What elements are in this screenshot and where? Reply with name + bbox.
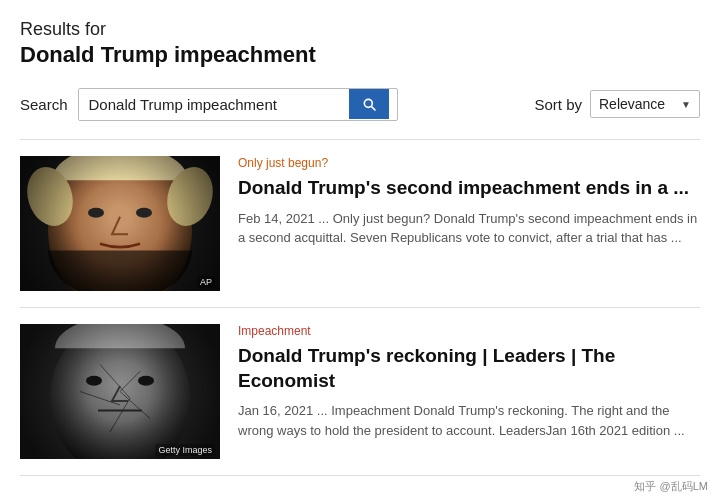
result-item-2: Getty Images Impeachment Donald Trump's … xyxy=(20,308,700,476)
page-wrapper: Results for Donald Trump impeachment Sea… xyxy=(0,0,720,496)
results-query: Donald Trump impeachment xyxy=(20,41,700,70)
result-content-2: Impeachment Donald Trump's reckoning | L… xyxy=(238,324,700,440)
result-content-1: Only just begun? Donald Trump's second i… xyxy=(238,156,700,248)
result-image-2: Getty Images xyxy=(20,324,220,459)
sort-select-dropdown[interactable]: Relevance ▼ xyxy=(590,90,700,118)
result-title-2[interactable]: Donald Trump's reckoning | Leaders | The… xyxy=(238,344,700,393)
result-title-1[interactable]: Donald Trump's second impeachment ends i… xyxy=(238,176,700,201)
search-icon xyxy=(361,96,377,112)
result-image-canvas-2 xyxy=(20,324,220,459)
search-input[interactable] xyxy=(79,89,349,120)
result-snippet-1: Feb 14, 2021 ... Only just begun? Donald… xyxy=(238,209,700,248)
sort-by-label: Sort by xyxy=(534,96,582,113)
result-tag-2[interactable]: Impeachment xyxy=(238,324,700,338)
result-image-1: AP xyxy=(20,156,220,291)
image-caption-1: AP xyxy=(197,276,215,288)
result-image-canvas-1 xyxy=(20,156,220,291)
sort-selected-value: Relevance xyxy=(599,96,665,112)
search-bar-row: Search Sort by Relevance ▼ xyxy=(20,88,700,121)
result-item: AP Only just begun? Donald Trump's secon… xyxy=(20,140,700,308)
sort-by-section: Sort by Relevance ▼ xyxy=(534,90,700,118)
result-tag-1[interactable]: Only just begun? xyxy=(238,156,700,170)
search-label: Search xyxy=(20,96,68,113)
chevron-down-icon: ▼ xyxy=(681,99,691,110)
watermark: 知乎 @乱码LM xyxy=(630,478,712,495)
result-snippet-2: Jan 16, 2021 ... Impeachment Donald Trum… xyxy=(238,401,700,440)
image-caption-2: Getty Images xyxy=(155,444,215,456)
results-header: Results for Donald Trump impeachment xyxy=(20,18,700,70)
search-input-wrapper xyxy=(78,88,398,121)
results-for-label: Results for xyxy=(20,18,700,41)
search-button[interactable] xyxy=(349,89,389,119)
